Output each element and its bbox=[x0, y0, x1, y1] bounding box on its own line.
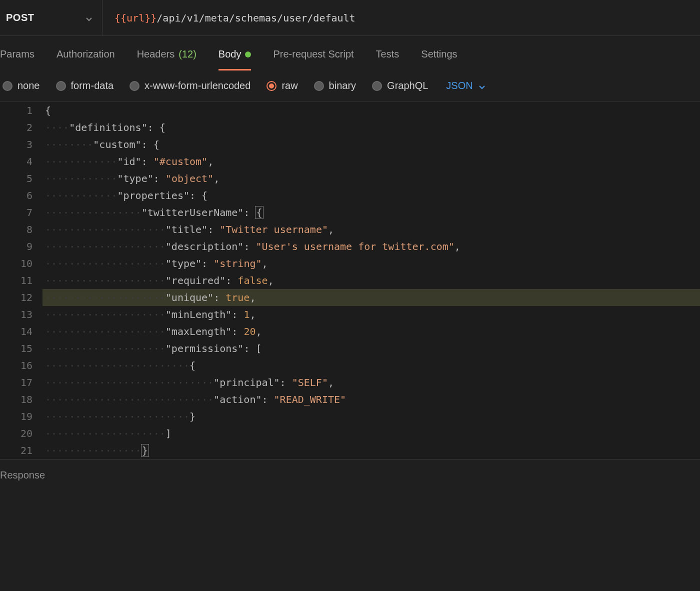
tab-label: Body bbox=[218, 48, 242, 60]
request-tabs: ParamsAuthorizationHeaders (12)BodyPre-r… bbox=[0, 36, 700, 70]
body-type-label: form-data bbox=[71, 80, 114, 92]
line-number: 19 bbox=[0, 408, 32, 425]
radio-icon bbox=[130, 81, 140, 91]
raw-language-select[interactable]: JSON bbox=[446, 80, 486, 92]
code-line[interactable]: ····················] bbox=[42, 425, 700, 442]
code-line[interactable]: ················"twitterUserName": { bbox=[42, 204, 700, 221]
line-number: 11 bbox=[0, 272, 32, 289]
editor-code[interactable]: {····"definitions": {········"custom": {… bbox=[42, 102, 700, 459]
code-line[interactable]: ····················"description": "User… bbox=[42, 238, 700, 255]
body-type-label: binary bbox=[329, 80, 356, 92]
tab-params[interactable]: Params bbox=[0, 48, 34, 70]
body-type-label: x-www-form-urlencoded bbox=[144, 80, 250, 92]
line-number: 18 bbox=[0, 391, 32, 408]
tab-label: Tests bbox=[376, 48, 400, 60]
code-line[interactable]: ············"properties": { bbox=[42, 187, 700, 204]
tab-prereq[interactable]: Pre-request Script bbox=[273, 48, 354, 70]
body-type-urlenc[interactable]: x-www-form-urlencoded bbox=[130, 80, 250, 92]
code-line[interactable]: ····················"unique": true, bbox=[42, 289, 700, 306]
radio-icon bbox=[2, 81, 12, 91]
line-number: 2 bbox=[0, 119, 32, 136]
code-line[interactable]: ····"definitions": { bbox=[42, 119, 700, 136]
radio-icon bbox=[266, 81, 276, 91]
line-number: 8 bbox=[0, 221, 32, 238]
body-type-label: raw bbox=[282, 80, 298, 92]
body-type-form-data[interactable]: form-data bbox=[56, 80, 114, 92]
radio-icon bbox=[314, 81, 324, 91]
tab-tests[interactable]: Tests bbox=[376, 48, 400, 70]
line-number: 15 bbox=[0, 340, 32, 357]
code-line[interactable]: ························} bbox=[42, 408, 700, 425]
code-line[interactable]: ············"type": "object", bbox=[42, 170, 700, 187]
line-number: 12 bbox=[0, 289, 32, 306]
tab-label: Params bbox=[0, 48, 34, 60]
line-number: 4 bbox=[0, 153, 32, 170]
code-line[interactable]: ················} bbox=[42, 442, 700, 459]
http-method-label: POST bbox=[6, 12, 34, 24]
line-number: 6 bbox=[0, 187, 32, 204]
tab-body[interactable]: Body bbox=[218, 48, 252, 70]
line-number: 9 bbox=[0, 238, 32, 255]
line-number: 3 bbox=[0, 136, 32, 153]
code-line[interactable]: ····························"principal":… bbox=[42, 374, 700, 391]
body-type-label: GraphQL bbox=[387, 80, 428, 92]
body-type-raw[interactable]: raw bbox=[266, 80, 298, 92]
line-number: 17 bbox=[0, 374, 32, 391]
modified-dot-icon bbox=[245, 52, 251, 58]
request-top-bar: POST {{url}}/api/v1/meta/schemas/user/de… bbox=[0, 0, 700, 36]
tab-settings[interactable]: Settings bbox=[421, 48, 457, 70]
url-input[interactable]: {{url}}/api/v1/meta/schemas/user/default bbox=[102, 0, 700, 36]
body-type-row: noneform-datax-www-form-urlencodedrawbin… bbox=[0, 70, 700, 102]
chevron-down-icon bbox=[478, 82, 486, 90]
code-line[interactable]: ····················"required": false, bbox=[42, 272, 700, 289]
code-line[interactable]: ····················"title": "Twitter us… bbox=[42, 221, 700, 238]
tab-label: Settings bbox=[421, 48, 457, 60]
tab-label: Authorization bbox=[56, 48, 115, 60]
raw-language-label: JSON bbox=[446, 80, 472, 92]
line-number: 7 bbox=[0, 204, 32, 221]
line-number: 14 bbox=[0, 323, 32, 340]
line-number: 10 bbox=[0, 255, 32, 272]
code-line[interactable]: ····················"minLength": 1, bbox=[42, 306, 700, 323]
line-number: 21 bbox=[0, 442, 32, 459]
radio-icon bbox=[56, 81, 66, 91]
code-line[interactable]: { bbox=[42, 102, 700, 119]
code-line[interactable]: ············"id": "#custom", bbox=[42, 153, 700, 170]
response-label: Response bbox=[0, 470, 45, 480]
body-editor[interactable]: 123456789101112131415161718192021 {····"… bbox=[0, 102, 700, 459]
tab-headers[interactable]: Headers (12) bbox=[137, 48, 196, 70]
http-method-select[interactable]: POST bbox=[0, 0, 102, 36]
line-number: 16 bbox=[0, 357, 32, 374]
body-type-graphql[interactable]: GraphQL bbox=[372, 80, 428, 92]
line-number: 5 bbox=[0, 170, 32, 187]
code-line[interactable]: ························{ bbox=[42, 357, 700, 374]
chevron-down-icon bbox=[85, 14, 93, 22]
tab-auth[interactable]: Authorization bbox=[56, 48, 115, 70]
url-variable: {{url}} bbox=[114, 12, 156, 24]
tab-label: Headers bbox=[137, 48, 175, 60]
code-line[interactable]: ····················"maxLength": 20, bbox=[42, 323, 700, 340]
editor-gutter: 123456789101112131415161718192021 bbox=[0, 102, 42, 459]
code-line[interactable]: ····················"permissions": [ bbox=[42, 340, 700, 357]
code-line[interactable]: ····················"type": "string", bbox=[42, 255, 700, 272]
response-section[interactable]: Response bbox=[0, 459, 700, 491]
body-type-binary[interactable]: binary bbox=[314, 80, 356, 92]
line-number: 13 bbox=[0, 306, 32, 323]
body-type-label: none bbox=[18, 80, 40, 92]
body-type-none[interactable]: none bbox=[2, 80, 40, 92]
code-line[interactable]: ········"custom": { bbox=[42, 136, 700, 153]
tab-count: (12) bbox=[178, 48, 196, 60]
line-number: 20 bbox=[0, 425, 32, 442]
code-line[interactable]: ····························"action": "R… bbox=[42, 391, 700, 408]
tab-label: Pre-request Script bbox=[273, 48, 354, 60]
line-number: 1 bbox=[0, 102, 32, 119]
url-path: /api/v1/meta/schemas/user/default bbox=[156, 12, 355, 24]
radio-icon bbox=[372, 81, 382, 91]
